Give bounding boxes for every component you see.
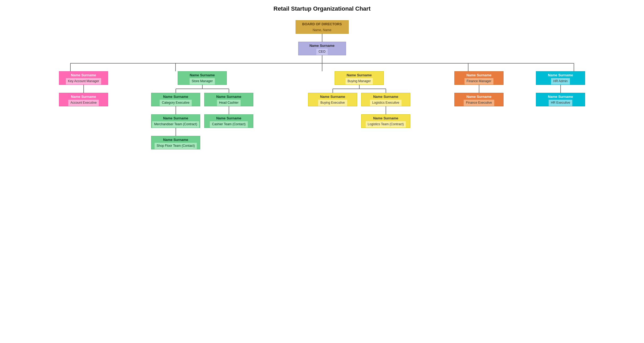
- store-children-row: Name Surname Category Executive Name Sur…: [149, 93, 255, 149]
- merch-team-name: Name Surname: [161, 115, 190, 121]
- org-chart: BOARD OF DIRECTORS Name, Name Name Surna…: [5, 20, 639, 149]
- head-cashier-node[interactable]: Name Surname Head Cashier: [204, 93, 253, 106]
- store-manager-name: Name Surname: [187, 72, 217, 78]
- buying-mgr-name: Name Surname: [344, 72, 374, 78]
- conn-finance: [479, 85, 479, 93]
- key-account-subtree: Name Surname Key Account Manager Name Su…: [43, 71, 124, 106]
- account-exec-role: Account Executive: [68, 100, 99, 106]
- merch-team-role: Merchandiser Team (Contract): [152, 121, 199, 128]
- board-role: Name, Name: [310, 27, 334, 34]
- logistics-exec-name: Name Surname: [371, 93, 400, 100]
- ceo-role: CEO: [316, 49, 327, 55]
- store-manager-node[interactable]: Name Surname Store Manager: [178, 71, 227, 85]
- hr-exec-name: Name Surname: [546, 93, 575, 100]
- hr-admin-subtree: Name Surname HR Admin Name Surname HR Ex…: [520, 71, 601, 106]
- cat-exec-name: Name Surname: [161, 93, 190, 100]
- hr-admin-node[interactable]: Name Surname HR Admin: [536, 71, 585, 85]
- head-cashier-role: Head Cashier: [217, 100, 241, 106]
- category-exec-node[interactable]: Name Surname Category Executive: [151, 93, 200, 106]
- key-account-name: Name Surname: [69, 72, 98, 78]
- store-manager-role: Store Manager: [190, 78, 215, 85]
- key-account-node[interactable]: Name Surname Key Account Manager: [59, 71, 108, 85]
- conn-cat: [176, 106, 176, 114]
- logistics-exec-node[interactable]: Name Surname Logistics Executive: [361, 93, 410, 106]
- hr-exec-node[interactable]: Name Surname HR Executive: [536, 93, 585, 106]
- logistics-team-node[interactable]: Name Surname Logistics Team (Contract): [361, 114, 410, 128]
- buying-children-row: Name Surname Buying Executive Name Surna…: [306, 93, 412, 128]
- logistics-exec-role: Logistics Executive: [370, 100, 401, 106]
- conn-logistics: [386, 106, 386, 114]
- connector-board-ceo: [322, 34, 322, 42]
- chart-container: BOARD OF DIRECTORS Name, Name Name Surna…: [5, 20, 639, 149]
- buying-mgr-connector: [306, 85, 412, 93]
- ceo-name: Name Surname: [307, 42, 337, 49]
- ceo-node[interactable]: Name Surname CEO: [298, 42, 346, 55]
- finance-manager-subtree: Name Surname Finance Manager Name Surnam…: [438, 71, 520, 106]
- conn-ka: [83, 85, 84, 93]
- ceo-subtree: Name Surname CEO: [298, 42, 346, 55]
- finance-mgr-name: Name Surname: [464, 72, 494, 78]
- conn-shop: [176, 128, 176, 136]
- shop-floor-name: Name Surname: [161, 136, 190, 143]
- cashier-team-node[interactable]: Name Surname Cashier Team (Contact): [204, 114, 253, 128]
- account-exec-name: Name Surname: [69, 93, 98, 100]
- merch-team-node[interactable]: Name Surname Merchandiser Team (Contract…: [151, 114, 200, 128]
- cashier-team-role: Cashier Team (Contact): [210, 121, 248, 128]
- finance-mgr-role: Finance Manager: [464, 78, 493, 85]
- buying-exec-name: Name Surname: [318, 93, 347, 100]
- conn-cashier: [229, 106, 229, 114]
- buying-exec-role: Buying Executive: [318, 100, 347, 106]
- cat-exec-role: Category Executive: [160, 100, 191, 106]
- hr-exec-role: HR Executive: [549, 100, 572, 106]
- hr-admin-role: HR Admin: [551, 78, 570, 85]
- board-name: BOARD OF DIRECTORS: [300, 20, 344, 27]
- buying-exec-node[interactable]: Name Surname Buying Executive: [308, 93, 357, 106]
- buying-manager-subtree: Name Surname Buying Manager Name Surname…: [281, 71, 438, 128]
- logistics-exec-col: Name Surname Logistics Executive Name Su…: [359, 93, 412, 128]
- account-exec-node[interactable]: Name Surname Account Executive: [59, 93, 108, 106]
- logistics-team-name: Name Surname: [371, 115, 400, 121]
- cashier-team-name: Name Surname: [214, 115, 244, 121]
- buying-manager-node[interactable]: Name Surname Buying Manager: [335, 71, 384, 85]
- board-subtree: BOARD OF DIRECTORS Name, Name: [296, 20, 349, 42]
- store-manager-subtree: Name Surname Store Manager Name Surname …: [124, 71, 281, 149]
- head-cashier-col: Name Surname Head Cashier Name Surname C…: [202, 93, 255, 128]
- finance-exec-name: Name Surname: [464, 93, 494, 100]
- finance-exec-role: Finance Executive: [464, 100, 494, 106]
- logistics-team-role: Logistics Team (Contract): [366, 121, 406, 128]
- buying-exec-col: Name Surname Buying Executive: [306, 93, 359, 106]
- shop-floor-node[interactable]: Name Surname Shop Floor Team (Contact): [151, 136, 200, 149]
- shop-floor-role: Shop Floor Team (Contact): [155, 143, 197, 149]
- board-node[interactable]: BOARD OF DIRECTORS Name, Name: [296, 20, 349, 34]
- key-account-role: Key Account Manager: [66, 78, 101, 85]
- ceo-to-l2-connector: [30, 55, 614, 71]
- hr-admin-name: Name Surname: [546, 72, 575, 78]
- head-cashier-name: Name Surname: [214, 93, 244, 100]
- l2-row: Name Surname Key Account Manager Name Su…: [30, 71, 614, 149]
- buying-mgr-role: Buying Manager: [346, 78, 373, 85]
- category-exec-col: Name Surname Category Executive Name Sur…: [149, 93, 202, 149]
- store-mgr-connector: [149, 85, 255, 93]
- finance-exec-node[interactable]: Name Surname Finance Executive: [454, 93, 504, 106]
- conn-hr: [560, 85, 561, 93]
- chart-title: Retail Startup Organizational Chart: [5, 5, 639, 12]
- finance-manager-node[interactable]: Name Surname Finance Manager: [454, 71, 504, 85]
